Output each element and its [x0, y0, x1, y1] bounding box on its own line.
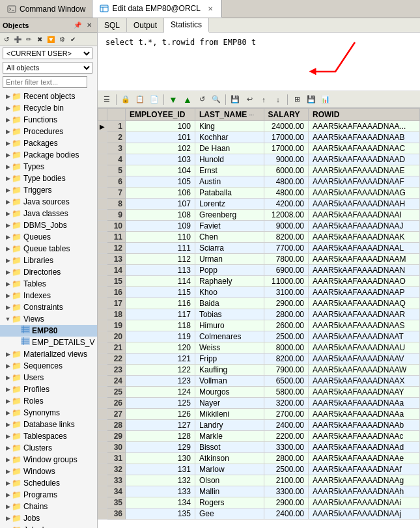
cell-rowid[interactable]: AAAR5kAAFAAAADNAAi: [309, 497, 420, 508]
cell-salary[interactable]: 8200.00: [264, 354, 309, 365]
expand-icon[interactable]: ▶: [4, 454, 12, 465]
cell-employee-id[interactable]: 117: [126, 309, 195, 320]
table-row[interactable]: 34133Mallin3300.00AAAR5kAAFAAAADNAAh: [98, 486, 420, 497]
cell-employee-id[interactable]: 107: [126, 199, 195, 210]
panel-pin-btn[interactable]: 📌: [72, 20, 83, 31]
cell-employee-id[interactable]: 128: [126, 431, 195, 442]
all-objects-dropdown[interactable]: All objects: [3, 62, 92, 74]
expand-icon[interactable]: ▶: [4, 115, 12, 125]
table-row[interactable]: 12111Sciarra7700.00AAAR5kAAFAAAADNAAL: [98, 243, 420, 254]
cell-last-name[interactable]: Urman: [195, 254, 264, 265]
cell-salary[interactable]: 2800.00: [264, 453, 309, 464]
expand-icon[interactable]: ▶: [4, 279, 12, 289]
tree-item-java-sources[interactable]: ▶📁Java sources: [0, 196, 97, 208]
table-row[interactable]: 29128Markle2200.00AAAR5kAAFAAAADNAAc: [98, 431, 420, 442]
tree-item-chains[interactable]: ▶📁Chains: [0, 501, 97, 512]
expand-icon[interactable]: ▼: [4, 314, 12, 324]
tree-item-database-links[interactable]: ▶📁Database links: [0, 419, 97, 430]
cell-last-name[interactable]: Vollman: [195, 376, 264, 387]
cell-salary[interactable]: 2500.00: [264, 464, 309, 475]
cell-rowid[interactable]: AAAR5kAAFAAAADNAAf: [309, 464, 420, 475]
table-row[interactable]: 2101Kochhar17000.00AAAR5kAAFAAAADNAAB: [98, 132, 420, 143]
expand-icon[interactable]: ▶: [4, 501, 12, 512]
expand-icon[interactable]: ▶: [4, 419, 12, 430]
table-row[interactable]: 11110Chen8200.00AAAR5kAAFAAAADNAAK: [98, 232, 420, 243]
table-row[interactable]: ▶1100King24000.00AAAR5kAAFAAAADNAA...: [98, 121, 420, 132]
expand-icon[interactable]: ▶: [4, 173, 12, 184]
cell-rowid[interactable]: AAAR5kAAFAAAADNAAj: [309, 508, 420, 520]
cell-last-name[interactable]: Weiss: [195, 342, 264, 354]
toolbar-refresh-btn[interactable]: ↺: [1, 34, 12, 44]
expand-icon[interactable]: ▶: [4, 443, 12, 453]
expand-icon[interactable]: ▶: [4, 255, 12, 266]
tree-item-dbms_jobs[interactable]: ▶📁DBMS_Jobs: [0, 219, 97, 231]
cell-rowid[interactable]: AAAR5kAAFAAAADNAAU: [309, 342, 420, 354]
dt-copy-btn[interactable]: 📋: [133, 93, 147, 106]
cell-employee-id[interactable]: 116: [126, 298, 195, 309]
dt-paste-btn[interactable]: 📄: [148, 93, 161, 106]
cell-salary[interactable]: 3300.00: [264, 486, 309, 497]
cell-salary[interactable]: 11000.00: [264, 276, 309, 287]
expand-icon[interactable]: ▶: [4, 243, 12, 254]
col-last-name[interactable]: LAST_NAME ···: [195, 109, 264, 121]
expand-icon[interactable]: ▶: [4, 138, 12, 148]
toolbar-check-btn[interactable]: ✔: [68, 34, 78, 44]
expand-icon[interactable]: ▶: [4, 220, 12, 230]
cell-rowid[interactable]: AAAR5kAAFAAAADNAAT: [309, 331, 420, 342]
current-user-dropdown[interactable]: <CURRENT USER>: [3, 48, 92, 59]
cell-last-name[interactable]: Khoo: [195, 287, 264, 298]
table-row[interactable]: 30129Bissot3300.00AAAR5kAAFAAAADNAAd: [98, 442, 420, 453]
cell-rowid[interactable]: AAAR5kAAFAAAADNAAa: [309, 409, 420, 420]
cell-employee-id[interactable]: 133: [126, 486, 195, 497]
tree-item-constraints[interactable]: ▶📁Constraints: [0, 301, 97, 313]
tree-item-emp80[interactable]: EMP80: [0, 325, 97, 337]
cell-salary[interactable]: 12008.00: [264, 210, 309, 221]
cell-last-name[interactable]: Fripp: [195, 354, 264, 365]
tree-item-schedules[interactable]: ▶📁Schedules: [0, 477, 97, 489]
tree-item-clusters[interactable]: ▶📁Clusters: [0, 442, 97, 454]
expand-icon[interactable]: ▶: [4, 150, 12, 160]
cell-employee-id[interactable]: 132: [126, 475, 195, 486]
expand-icon[interactable]: ▶: [4, 361, 12, 371]
data-table-container[interactable]: EMPLOYEE_ID LAST_NAME ··· SALARY ROWID ▶…: [98, 108, 420, 528]
dt-down-btn[interactable]: ↓: [272, 93, 285, 106]
table-row[interactable]: 13112Urman7800.00AAAR5kAAFAAAADNAAM: [98, 254, 420, 265]
table-row[interactable]: 26125Nayer3200.00AAAR5kAAFAAAADNAAa: [98, 398, 420, 409]
cell-rowid[interactable]: AAAR5kAAFAAAADNAAJ: [309, 221, 420, 232]
cell-salary[interactable]: 2900.00: [264, 298, 309, 309]
tree-item-queues[interactable]: ▶📁Queues: [0, 231, 97, 243]
toolbar-add-btn[interactable]: ➕: [12, 34, 23, 44]
expand-icon[interactable]: ▶: [4, 431, 12, 441]
cell-salary[interactable]: 17000.00: [264, 132, 309, 143]
col-salary[interactable]: SALARY: [264, 109, 309, 121]
cell-rowid[interactable]: AAAR5kAAFAAAADNAAH: [309, 199, 420, 210]
dt-search-btn[interactable]: 🔍: [210, 93, 223, 106]
expand-icon[interactable]: ▶: [4, 103, 12, 113]
cell-last-name[interactable]: Mourgos: [195, 387, 264, 398]
cell-employee-id[interactable]: 130: [126, 453, 195, 464]
toolbar-edit-btn[interactable]: ✏: [23, 34, 34, 44]
cell-last-name[interactable]: Greenberg: [195, 210, 264, 221]
dt-cols-btn[interactable]: ⊞: [290, 93, 303, 106]
cell-rowid[interactable]: AAAR5kAAFAAAADNAAE: [309, 165, 420, 176]
tree-item-job-classes[interactable]: ▶📁Job classes: [0, 524, 97, 528]
cell-salary[interactable]: 2600.00: [264, 320, 309, 331]
cell-employee-id[interactable]: 120: [126, 342, 195, 354]
cell-last-name[interactable]: Chen: [195, 232, 264, 243]
filter-input[interactable]: [3, 76, 87, 88]
expand-icon[interactable]: ▶: [4, 232, 12, 242]
table-row[interactable]: 35134Rogers2900.00AAAR5kAAFAAAADNAAi: [98, 497, 420, 508]
expand-icon[interactable]: ▶: [4, 302, 12, 313]
cell-employee-id[interactable]: 102: [126, 143, 195, 154]
tree-item-type-bodies[interactable]: ▶📁Type bodies: [0, 173, 97, 184]
cell-salary[interactable]: 8000.00: [264, 342, 309, 354]
cell-rowid[interactable]: AAAR5kAAFAAAADNAAN: [309, 265, 420, 276]
tree-item-types[interactable]: ▶📁Types: [0, 161, 97, 173]
table-row[interactable]: 15114Raphaely11000.00AAAR5kAAFAAAADNAAO: [98, 276, 420, 287]
tree-item-emp_details_v[interactable]: EMP_DETAILS_V: [0, 337, 97, 348]
cell-rowid[interactable]: AAAR5kAAFAAAADNAAb: [309, 420, 420, 431]
cell-last-name[interactable]: Kochhar: [195, 132, 264, 143]
cell-employee-id[interactable]: 110: [126, 232, 195, 243]
table-row[interactable]: 32131Marlow2500.00AAAR5kAAFAAAADNAAf: [98, 464, 420, 475]
expand-icon[interactable]: ▶: [4, 490, 12, 500]
